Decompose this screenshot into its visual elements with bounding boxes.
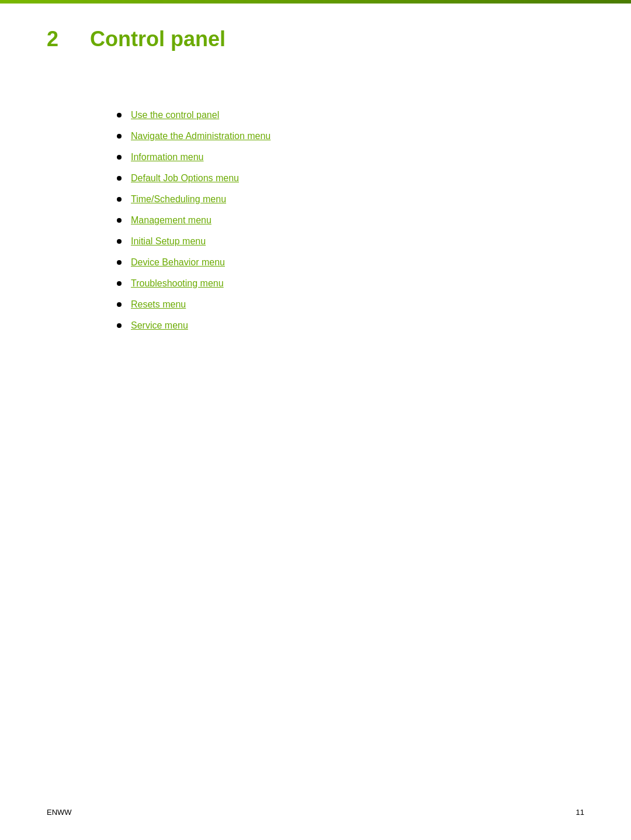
footer-left: ENWW [47, 808, 72, 817]
toc-list: Use the control panelNavigate the Admini… [117, 110, 584, 331]
toc-item: Navigate the Administration menu [117, 131, 584, 141]
toc-link-7[interactable]: Device Behavior menu [131, 257, 225, 268]
toc-link-10[interactable]: Service menu [131, 320, 188, 331]
bullet-icon [117, 176, 122, 181]
bullet-icon [117, 260, 122, 265]
toc-item: Use the control panel [117, 110, 584, 120]
footer: ENWW 11 [47, 808, 584, 817]
toc-link-3[interactable]: Default Job Options menu [131, 173, 239, 184]
toc-item: Default Job Options menu [117, 173, 584, 184]
toc-link-2[interactable]: Information menu [131, 152, 204, 163]
toc-item: Initial Setup menu [117, 236, 584, 247]
chapter-title: Control panel [90, 27, 226, 51]
toc-item: Time/Scheduling menu [117, 194, 584, 205]
bullet-icon [117, 281, 122, 286]
bullet-icon [117, 218, 122, 223]
toc-item: Information menu [117, 152, 584, 163]
chapter-header: 2 Control panel [47, 27, 584, 51]
toc-item: Resets menu [117, 299, 584, 310]
toc-link-5[interactable]: Management menu [131, 215, 212, 226]
toc-link-8[interactable]: Troubleshooting menu [131, 278, 224, 289]
bullet-icon [117, 113, 122, 117]
footer-right: 11 [576, 808, 584, 817]
toc-link-6[interactable]: Initial Setup menu [131, 236, 206, 247]
bullet-icon [117, 302, 122, 307]
chapter-number: 2 [47, 27, 76, 51]
bullet-icon [117, 239, 122, 244]
toc-link-9[interactable]: Resets menu [131, 299, 186, 310]
bullet-icon [117, 197, 122, 202]
bullet-icon [117, 155, 122, 160]
toc-link-4[interactable]: Time/Scheduling menu [131, 194, 226, 205]
bullet-icon [117, 323, 122, 328]
toc-link-0[interactable]: Use the control panel [131, 110, 219, 120]
toc-item: Troubleshooting menu [117, 278, 584, 289]
toc-item: Device Behavior menu [117, 257, 584, 268]
toc-link-1[interactable]: Navigate the Administration menu [131, 131, 271, 141]
toc-item: Management menu [117, 215, 584, 226]
bullet-icon [117, 134, 122, 139]
toc-item: Service menu [117, 320, 584, 331]
